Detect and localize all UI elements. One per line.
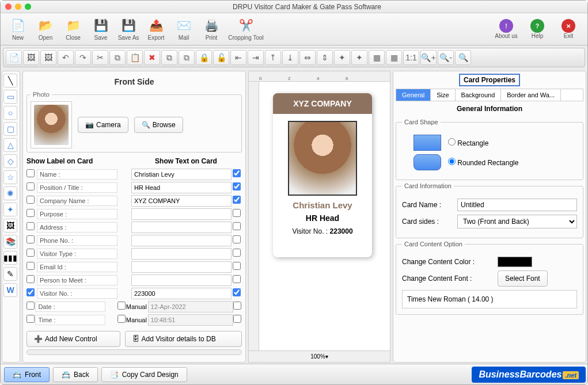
field-input[interactable] <box>148 301 233 312</box>
field-input[interactable] <box>131 195 232 207</box>
align-vcenter-button[interactable]: ⇕ <box>317 50 333 65</box>
show-text-checkbox[interactable] <box>233 196 241 204</box>
show-text-checkbox[interactable] <box>233 235 241 243</box>
field-input[interactable] <box>131 208 232 220</box>
tab-size[interactable]: Size <box>431 89 455 101</box>
show-label-checkbox[interactable] <box>26 315 35 323</box>
open-button[interactable]: 📂Open <box>32 17 59 41</box>
new-button[interactable]: 📄New <box>4 17 32 41</box>
mail-button[interactable]: ✉️Mail <box>170 17 198 41</box>
panel-scrollbar[interactable] <box>26 349 242 355</box>
arrow-tool[interactable]: ✦ <box>3 203 17 216</box>
show-text-checkbox[interactable] <box>233 209 241 217</box>
tab-general[interactable]: General <box>396 89 431 101</box>
zoom-indicator[interactable]: 100% ▾ <box>249 350 390 362</box>
exit-button[interactable]: ✕Exit <box>553 19 584 39</box>
st-btn-2[interactable]: 🖼 <box>23 50 39 65</box>
save-button[interactable]: 💾Save <box>87 17 115 41</box>
browse-button[interactable]: 🔍Browse <box>134 117 183 133</box>
st-btn-10[interactable]: ⧉ <box>161 50 177 65</box>
close-window-icon[interactable] <box>5 3 12 10</box>
tab-background[interactable]: Background <box>456 89 502 101</box>
barcode-tool[interactable]: ▮▮▮ <box>3 251 17 265</box>
field-input[interactable] <box>131 275 232 286</box>
select-font-button[interactable]: Select Font <box>498 270 548 287</box>
card-name-input[interactable] <box>457 199 577 211</box>
close-button[interactable]: 📁Close <box>59 17 87 41</box>
align-bottom-button[interactable]: ⤓ <box>282 50 298 65</box>
manual-checkbox[interactable] <box>117 302 126 310</box>
field-input[interactable] <box>131 182 232 193</box>
back-tab-button[interactable]: 📇Back <box>53 367 98 382</box>
maximize-window-icon[interactable] <box>25 3 31 10</box>
camera-button[interactable]: 📷Camera <box>78 117 128 133</box>
wordart-tool[interactable]: W <box>3 283 17 297</box>
show-text-checkbox[interactable] <box>233 262 241 270</box>
field-input[interactable] <box>148 314 233 326</box>
grid-button[interactable]: ▦ <box>369 50 385 65</box>
zoom-out-button[interactable]: 🔍- <box>438 50 454 65</box>
export-button[interactable]: 📤Export <box>142 17 170 41</box>
field-input[interactable] <box>131 235 232 246</box>
st-btn-3[interactable]: 🖼 <box>40 50 56 65</box>
st-btn-27[interactable]: 🔍 <box>455 50 471 65</box>
delete-button[interactable]: ✖ <box>144 50 160 65</box>
st-btn-11[interactable]: ⧉ <box>179 50 195 65</box>
crop-button[interactable]: ✂️Cropping Tool <box>225 17 267 41</box>
align-right-button[interactable]: ⇥ <box>248 50 264 65</box>
st-btn-21[interactable]: ✦ <box>351 50 367 65</box>
st-btn-20[interactable]: ✦ <box>334 50 350 65</box>
help-button[interactable]: ?Help <box>522 19 553 39</box>
add-new-control-button[interactable]: ➕Add New Control <box>26 331 120 347</box>
zoom-fit-button[interactable]: 1:1 <box>403 50 419 65</box>
show-text-checkbox[interactable] <box>233 275 241 283</box>
sign-tool[interactable]: ✎ <box>3 267 17 281</box>
align-hcenter-button[interactable]: ⇔ <box>299 50 316 65</box>
show-label-checkbox[interactable] <box>26 275 35 283</box>
design-canvas[interactable]: XYZ COMPANY Christian Levy HR Head Visit… <box>259 82 390 350</box>
field-input[interactable] <box>131 169 232 180</box>
lock-button[interactable]: 🔒 <box>196 50 212 65</box>
undo-button[interactable]: ↶ <box>58 50 74 65</box>
st-btn-23[interactable]: ▦ <box>386 50 402 65</box>
front-tab-button[interactable]: 📇Front <box>4 367 50 382</box>
minimize-window-icon[interactable] <box>15 3 21 10</box>
roundrect-tool[interactable]: ▢ <box>3 122 17 136</box>
card-sides-select[interactable]: Two (Front and Back) <box>457 215 577 228</box>
field-input[interactable] <box>131 222 232 233</box>
card-preview[interactable]: XYZ COMPANY Christian Levy HR Head Visit… <box>273 93 372 257</box>
shape-rect-radio[interactable]: Rectangle <box>448 138 488 147</box>
show-label-checkbox[interactable] <box>26 209 35 217</box>
library-tool[interactable]: 📚 <box>3 235 17 249</box>
paste-button[interactable]: 📋 <box>127 50 143 65</box>
show-label-checkbox[interactable] <box>26 222 35 230</box>
manual-checkbox[interactable] <box>117 315 126 323</box>
show-text-checkbox[interactable] <box>233 288 241 296</box>
triangle-tool[interactable]: △ <box>3 138 17 152</box>
show-label-checkbox[interactable] <box>26 262 35 270</box>
diamond-tool[interactable]: ◇ <box>3 154 17 168</box>
show-label-checkbox[interactable] <box>26 182 35 190</box>
add-visitor-db-button[interactable]: 🗄Add Visitor details to DB <box>125 331 242 347</box>
redo-button[interactable]: ↷ <box>75 50 91 65</box>
burst-tool[interactable]: ✺ <box>3 186 17 200</box>
show-text-checkbox[interactable] <box>233 222 241 230</box>
show-label-checkbox[interactable] <box>26 302 35 310</box>
align-left-button[interactable]: ⇤ <box>230 50 246 65</box>
print-button[interactable]: 🖨️Print <box>198 17 225 41</box>
show-label-checkbox[interactable] <box>26 288 35 296</box>
show-text-checkbox[interactable] <box>233 249 241 257</box>
show-text-checkbox[interactable] <box>233 302 241 310</box>
show-label-checkbox[interactable] <box>26 249 35 257</box>
show-text-checkbox[interactable] <box>233 169 241 177</box>
shape-rrect-radio[interactable]: Rounded Rectangle <box>448 158 518 167</box>
ellipse-tool[interactable]: ○ <box>3 106 17 120</box>
image-tool[interactable]: 🖼 <box>3 219 17 232</box>
line-tool[interactable]: ╲ <box>3 74 17 87</box>
field-input[interactable] <box>131 288 232 299</box>
field-input[interactable] <box>131 261 232 273</box>
st-btn-1[interactable]: 📄 <box>6 50 22 65</box>
show-text-checkbox[interactable] <box>233 315 241 323</box>
rect-tool[interactable]: ▭ <box>3 90 17 104</box>
copy-design-button[interactable]: 📑Copy Card Design <box>101 367 187 382</box>
